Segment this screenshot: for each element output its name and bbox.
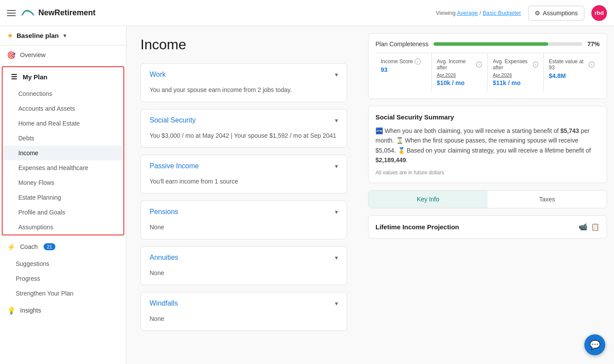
- logo-text: NewRetirement: [38, 8, 96, 17]
- my-plan-section: ☰ My Plan Connections Accounts and Asset…: [2, 66, 124, 235]
- sidebar-item-estate-planning[interactable]: Estate Planning: [3, 190, 123, 205]
- sidebar-item-expenses-healthcare[interactable]: Expenses and Healthcare: [3, 160, 123, 175]
- pensions-collapse-icon[interactable]: ▾: [335, 208, 338, 215]
- windfalls-title: Windfalls: [150, 299, 178, 307]
- stat-avg-expenses-value: $11k / mo: [493, 79, 538, 86]
- sidebar-item-my-plan[interactable]: ☰ My Plan: [3, 67, 123, 86]
- baseline-plan-label: Baseline plan: [17, 32, 59, 39]
- sidebar-item-money-flows[interactable]: Money Flows: [3, 175, 123, 190]
- pc-percentage: 77%: [587, 41, 600, 48]
- stat-avg-income-value: $10k / mo: [437, 79, 482, 86]
- pc-title: Plan Completeness: [375, 41, 428, 48]
- table-icon[interactable]: 📋: [591, 223, 600, 231]
- stat-avg-income-label: Avg. Income after i: [437, 58, 482, 71]
- lifetime-projection-title: Lifetime Income Projection: [375, 223, 459, 231]
- ss-body: You $3,000 / mo at May 2042 | Your spous…: [141, 131, 347, 147]
- pc-header: Plan Completeness 77%: [375, 41, 600, 48]
- page-title: Income: [140, 37, 347, 53]
- sidebar-item-debts[interactable]: Debts: [3, 131, 123, 146]
- sidebar-item-strengthen[interactable]: Strengthen Your Plan: [0, 286, 126, 301]
- passive-income-section: Passive Income ▾ You'll earn income from…: [140, 155, 347, 194]
- baseline-plan[interactable]: ★ Baseline plan ▼: [7, 31, 68, 40]
- sidebar-item-assumptions[interactable]: Assumptions: [3, 220, 123, 235]
- windfalls-section: Windfalls ▾ None: [140, 292, 347, 331]
- work-section: Work ▾ You and your spouse earn income f…: [140, 63, 347, 102]
- star-icon: ★: [7, 31, 13, 40]
- ss-collapse-icon[interactable]: ▾: [335, 117, 338, 124]
- my-plan-icon: ☰: [10, 72, 18, 81]
- overview-icon: 🎯: [7, 51, 16, 59]
- ss-note: All values are in future dollars: [375, 170, 600, 176]
- windfalls-collapse-icon[interactable]: ▾: [335, 300, 338, 307]
- passive-income-title: Passive Income: [150, 162, 199, 170]
- stat-avg-income-sublabel: Apr.2026: [437, 72, 482, 78]
- tab-taxes[interactable]: Taxes: [488, 191, 607, 208]
- sidebar-item-home-real-estate[interactable]: Home and Real Estate: [3, 116, 123, 131]
- viewing-average-link[interactable]: Average: [457, 10, 478, 16]
- sidebar-item-income[interactable]: Income: [3, 146, 123, 160]
- annuities-section: Annuities ▾ None: [140, 246, 347, 285]
- sliders-icon: ⚙: [535, 10, 540, 17]
- assumptions-button[interactable]: ⚙ Assumptions: [528, 6, 584, 20]
- coach-badge: 21: [44, 243, 55, 250]
- sidebar: ★ Baseline plan ▼ 🎯 Overview ☰ My Plan C…: [0, 26, 126, 364]
- pi-collapse-icon[interactable]: ▾: [335, 163, 338, 170]
- viewing-type-link[interactable]: Basic Budgeter: [483, 10, 521, 16]
- chat-icon: 💬: [590, 340, 600, 350]
- sidebar-item-progress[interactable]: Progress: [0, 271, 126, 286]
- sidebar-item-accounts-assets[interactable]: Accounts and Assets: [3, 101, 123, 116]
- app-logo: NewRetirement: [21, 6, 96, 20]
- viewing-label: Viewing Average / Basic Budgeter: [436, 10, 521, 16]
- social-security-section: Social Security ▾ You $3,000 / mo at May…: [140, 109, 347, 148]
- stat-avg-expenses-label: Avg. Expenses after i: [493, 58, 538, 71]
- ss-highlight-2: $2,189,449: [375, 156, 406, 163]
- lifetime-income-card: Lifetime Income Projection 📹 📋: [368, 215, 607, 238]
- work-section-header[interactable]: Work ▾: [141, 64, 347, 85]
- income-score-info-icon[interactable]: i: [415, 58, 421, 65]
- pensions-body: None: [141, 223, 347, 239]
- header-right: Viewing Average / Basic Budgeter ⚙ Assum…: [436, 5, 607, 21]
- passive-income-header[interactable]: Passive Income ▾: [141, 155, 347, 177]
- annuities-header[interactable]: Annuities ▾: [141, 247, 347, 269]
- sidebar-item-coach[interactable]: ⚡ Coach 21: [0, 237, 126, 256]
- plan-completeness-card: Plan Completeness 77% Income Score i 93: [368, 33, 607, 99]
- annuities-collapse-icon[interactable]: ▾: [335, 254, 338, 261]
- work-title: Work: [150, 71, 166, 78]
- coach-icon: ⚡: [7, 242, 16, 251]
- sidebar-item-connections[interactable]: Connections: [3, 86, 123, 101]
- coach-sub-items: Suggestions Progress Strengthen Your Pla…: [0, 256, 126, 301]
- lc-header: Lifetime Income Projection 📹 📋: [375, 223, 600, 231]
- avg-expenses-info-icon[interactable]: i: [533, 61, 538, 68]
- sidebar-item-overview[interactable]: 🎯 Overview: [0, 45, 126, 65]
- social-security-header[interactable]: Social Security ▾: [141, 109, 347, 131]
- annuities-title: Annuities: [150, 254, 178, 262]
- main-content: Income Work ▾ You and your spouse earn i…: [126, 26, 361, 364]
- sidebar-content: 🎯 Overview ☰ My Plan Connections Account…: [0, 45, 126, 364]
- tab-key-info[interactable]: Key Info: [368, 191, 488, 208]
- estate-info-icon[interactable]: i: [589, 61, 594, 68]
- app-header: NewRetirement Viewing Average / Basic Bu…: [0, 0, 614, 26]
- pensions-title: Pensions: [150, 208, 178, 216]
- pensions-section: Pensions ▾ None: [140, 201, 347, 239]
- work-collapse-icon[interactable]: ▾: [335, 71, 338, 78]
- hamburger-menu[interactable]: [7, 10, 16, 16]
- sidebar-header: ★ Baseline plan ▼: [0, 26, 126, 45]
- chat-button[interactable]: 💬: [584, 334, 605, 355]
- header-left: NewRetirement: [7, 6, 96, 20]
- video-icon[interactable]: 📹: [579, 223, 587, 231]
- windfalls-header[interactable]: Windfalls ▾: [141, 293, 347, 314]
- sidebar-item-profile-goals[interactable]: Profile and Goals: [3, 205, 123, 220]
- pi-body: You'll earn income from 1 source: [141, 177, 347, 193]
- sidebar-item-insights[interactable]: 💡 Insights: [0, 301, 126, 320]
- avg-income-info-icon[interactable]: i: [476, 61, 482, 68]
- chevron-down-icon: ▼: [62, 33, 68, 39]
- pensions-header[interactable]: Pensions ▾: [141, 201, 347, 223]
- ss-summary-body: 🏧 When you are both claiming, you will r…: [375, 126, 600, 165]
- user-avatar[interactable]: rbd: [591, 5, 607, 21]
- stat-estate-value: Estate value at 93 i $4.8M: [544, 53, 600, 92]
- sidebar-item-suggestions[interactable]: Suggestions: [0, 256, 126, 271]
- stat-income-score-value: 93: [381, 66, 426, 73]
- pc-bar-fill: [433, 42, 548, 46]
- ss-summary-card: Social Security Summary 🏧 When you are b…: [368, 106, 607, 183]
- stat-avg-expenses-sublabel: Apr.2026: [493, 72, 538, 78]
